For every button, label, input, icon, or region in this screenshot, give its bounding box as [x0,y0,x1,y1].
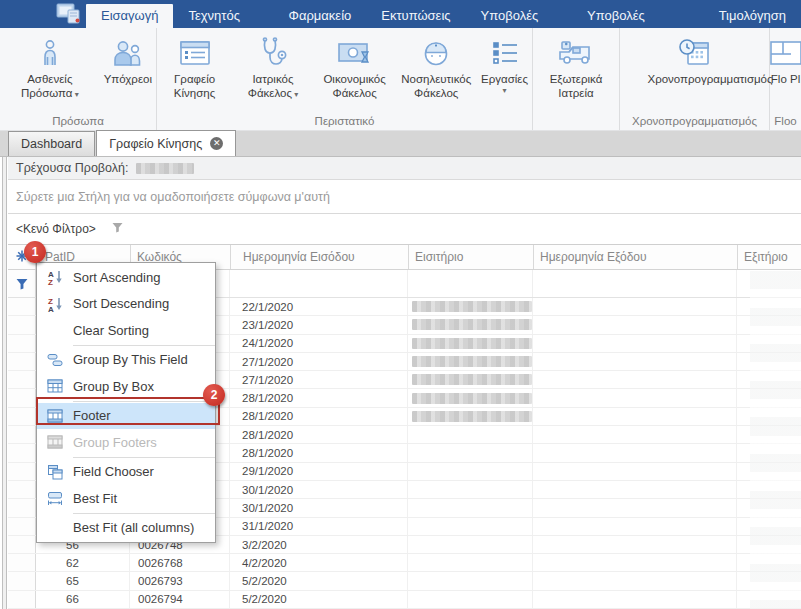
filter-cell[interactable] [230,270,408,297]
table-cell[interactable] [533,371,737,388]
table-cell[interactable] [408,426,533,443]
table-cell[interactable]: 0026794 [130,591,230,608]
table-cell[interactable] [533,426,737,443]
close-tab-icon[interactable]: ✕ [210,137,223,150]
table-cell[interactable]: 29/1/2020 [230,463,408,480]
table-cell[interactable] [408,408,533,425]
menu-item-sort-ascending[interactable]: AZSort Ascending [37,264,215,291]
table-cell[interactable]: 5/2/2020 [230,591,408,608]
menu-item-group-by-box[interactable]: Group By Box [37,373,215,400]
table-cell[interactable] [533,389,737,406]
table-cell[interactable] [8,371,36,388]
app-icon[interactable] [56,3,86,25]
menu-item-best-fit-all-columns-[interactable]: Best Fit (all columns) [37,515,215,542]
menu-item-sort-descending[interactable]: ZASort Descending [37,291,215,318]
table-cell[interactable] [8,463,36,480]
table-cell[interactable] [533,316,737,333]
menu-item-clear-sorting[interactable]: Clear Sorting [37,317,215,344]
table-cell[interactable] [8,335,36,352]
ribbon-button-financial-record[interactable]: Οικονομικός Φάκελος [315,32,395,102]
column-header-date-out[interactable]: Ημερομηνία Εξόδου [533,245,737,269]
table-cell[interactable]: 4/2/2020 [230,554,408,571]
menu-item-field-chooser[interactable]: Field Chooser [37,459,215,486]
ribbon-button-medical-record[interactable]: Ιατρικός Φάκελος ▾ [233,32,313,104]
table-cell[interactable] [408,554,533,571]
table-cell[interactable]: 5/2/2020 [230,572,408,589]
table-cell[interactable] [533,554,737,571]
menu-item-group-by-this-field[interactable]: Group By This Field [37,347,215,374]
table-cell[interactable] [8,572,36,589]
document-tab-2[interactable]: Γραφείο Κίνησης✕ [96,130,236,156]
table-cell[interactable] [533,463,737,480]
ribbon-button-admissions-office[interactable]: Γραφείο Κίνησης [158,32,231,102]
table-cell[interactable] [533,591,737,608]
table-cell[interactable] [408,444,533,461]
ribbon-button-floor-plan[interactable]: Flo Pl [766,32,801,88]
table-cell[interactable] [408,518,533,535]
table-cell[interactable] [533,444,737,461]
table-cell[interactable]: 31/1/2020 [230,518,408,535]
ribbon-button-guarantors[interactable]: Υπόχρεοι [101,32,155,88]
table-cell[interactable] [408,572,533,589]
table-cell[interactable]: 66 [36,591,130,608]
table-cell[interactable] [8,298,36,315]
table-cell[interactable] [8,518,36,535]
table-cell[interactable] [408,298,533,315]
table-cell[interactable] [533,499,737,516]
table-cell[interactable]: 24/1/2020 [230,335,408,352]
table-row[interactable]: 6600267945/2/2020 [8,591,801,609]
table-cell[interactable] [8,316,36,333]
table-cell[interactable]: 22/1/2020 [230,298,408,315]
table-cell[interactable]: 0026768 [130,554,230,571]
table-cell[interactable]: 28/1/2020 [230,408,408,425]
filter-cell[interactable] [408,270,533,297]
table-cell[interactable] [408,335,533,352]
table-cell[interactable] [8,591,36,608]
ribbon-tab-7[interactable]: Τιμολόγηση [704,4,801,28]
ribbon-tab-4[interactable]: Εκτυπώσεις [366,4,465,28]
table-cell[interactable] [408,389,533,406]
table-cell[interactable] [408,353,533,370]
table-cell[interactable] [8,536,36,553]
table-cell[interactable]: 28/1/2020 [230,426,408,443]
table-cell[interactable] [8,481,36,498]
table-cell[interactable]: 27/1/2020 [230,371,408,388]
table-cell[interactable] [533,408,737,425]
table-cell[interactable]: 28/1/2020 [230,444,408,461]
table-cell[interactable] [533,335,737,352]
table-cell[interactable] [408,536,533,553]
column-header-date-in[interactable]: Ημερομηνία Εισόδου [230,245,408,269]
table-cell[interactable] [8,408,36,425]
ribbon-tab-2[interactable]: Τεχνητός Νεφρός [173,4,273,28]
table-cell[interactable] [8,389,36,406]
ribbon-button-patients[interactable]: Ασθενείς Πρόσωπα ▾ [1,32,99,104]
left-splitter[interactable] [0,157,8,609]
table-cell[interactable] [8,499,36,516]
table-cell[interactable] [408,481,533,498]
table-cell[interactable]: 28/1/2020 [230,389,408,406]
ribbon-tab-3[interactable]: Φαρμακείο [274,4,367,28]
table-cell[interactable] [533,518,737,535]
group-by-panel[interactable]: Σύρετε μια Στήλη για να ομαδοποιήσετε σύ… [8,180,801,214]
column-header-discharge[interactable]: Εξιτήριο [737,245,801,269]
ribbon-button-outpatient[interactable]: Εξωτερικά Ιατρεία [534,32,618,102]
filter-value[interactable]: <Κενό Φίλτρο> [16,222,96,236]
table-cell[interactable]: 30/1/2020 [230,481,408,498]
table-row[interactable]: 6200267684/2/2020 [8,554,801,572]
table-cell[interactable] [8,426,36,443]
auto-filter-funnel-icon[interactable] [8,270,36,297]
table-cell[interactable]: 23/1/2020 [230,316,408,333]
ribbon-button-nursing-record[interactable]: Νοσηλευτικός Φάκελος [396,32,476,102]
menu-item-best-fit[interactable]: Best Fit [37,485,215,512]
ribbon-button-scheduling[interactable]: Χρονοπρογραμματισμός [645,32,745,88]
table-cell[interactable]: 27/1/2020 [230,353,408,370]
table-cell[interactable] [533,298,737,315]
table-cell[interactable] [533,536,737,553]
table-cell[interactable] [533,353,737,370]
table-cell[interactable] [408,499,533,516]
table-cell[interactable] [408,463,533,480]
table-cell[interactable] [408,591,533,608]
table-cell[interactable]: 62 [36,554,130,571]
table-cell[interactable] [8,353,36,370]
ribbon-tab-6[interactable]: Υποβολές Αιμοκάθαρσης [572,4,704,28]
